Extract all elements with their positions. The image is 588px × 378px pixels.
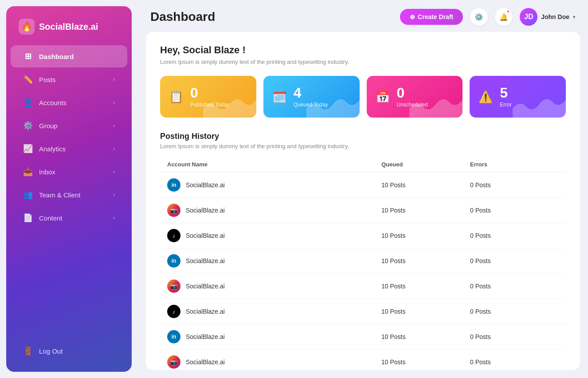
queued-count: 10 Posts	[381, 207, 470, 214]
account-name: SocialBlaze.ai	[186, 181, 225, 189]
queued-count: 10 Posts	[381, 358, 470, 366]
logout-icon: 🚪	[23, 346, 33, 356]
section-subtitle: Lorem Ipsum is simply dummy text of the …	[160, 143, 566, 150]
account-name: SocialBlaze.ai	[186, 232, 225, 239]
queued-count: 10 Posts	[381, 308, 470, 315]
instagram-icon: 📷	[167, 280, 180, 293]
sidebar-item-analytics[interactable]: 📈 Analytics ›	[11, 138, 127, 160]
analytics-icon: 📈	[23, 144, 33, 154]
errors-count: 0 Posts	[470, 308, 559, 315]
errors-count: 0 Posts	[470, 283, 559, 290]
stats-row: 📋 0 Published Today 🗓️ 4 Queued Today 📅 …	[160, 76, 566, 118]
table-row[interactable]: 📷 SocialBlaze.ai 10 Posts 0 Posts	[160, 350, 566, 375]
errors-count: 0 Posts	[470, 207, 559, 214]
account-name: SocialBlaze.ai	[186, 308, 225, 315]
instagram-icon: 📷	[167, 204, 180, 217]
table-row[interactable]: ♪ SocialBlaze.ai 10 Posts 0 Posts	[160, 223, 566, 248]
posts-icon: ✏️	[23, 75, 33, 84]
posting-history-table: Account Name Queued Errors in SocialBlaz…	[160, 157, 566, 378]
sidebar-item-team-client[interactable]: 👥 Team & Client ›	[11, 184, 127, 206]
queued-label: Queued Today	[294, 102, 328, 108]
avatar: JD	[520, 8, 537, 26]
table-row[interactable]: ♪ SocialBlaze.ai 10 Posts 0 Posts	[160, 375, 566, 378]
user-info[interactable]: JD John Doe ▾	[520, 8, 576, 26]
errors-count: 0 Posts	[470, 232, 559, 239]
sidebar-item-accounts[interactable]: 👤 Accounts ›	[11, 91, 127, 114]
stat-card-queued: 🗓️ 4 Queued Today	[263, 76, 360, 118]
queued-number: 4	[294, 86, 328, 100]
group-label: Group	[39, 122, 58, 130]
unscheduled-number: 0	[397, 86, 428, 100]
table-row[interactable]: 📷 SocialBlaze.ai 10 Posts 0 Posts	[160, 274, 566, 299]
errors-count: 0 Posts	[470, 333, 559, 340]
chevron-icon: ›	[113, 169, 115, 175]
inbox-label: Inbox	[39, 168, 55, 176]
stat-card-published: 📋 0 Published Today	[160, 76, 256, 118]
inbox-icon: 📥	[23, 167, 33, 177]
welcome-title: Hey, Social Blaze !	[160, 44, 566, 56]
queued-icon: 🗓️	[272, 90, 286, 104]
logout-button[interactable]: 🚪 Log Out	[11, 340, 127, 362]
table-row[interactable]: in SocialBlaze.ai 10 Posts 0 Posts	[160, 248, 566, 274]
sidebar-item-content[interactable]: 📄 Content ›	[11, 207, 127, 229]
tiktok-icon: ♪	[167, 305, 180, 318]
welcome-subtitle: Lorem Ipsum is simply dummy text of the …	[160, 59, 566, 65]
sidebar-item-posts[interactable]: ✏️ Posts ›	[11, 68, 127, 91]
content-card: Hey, Social Blaze ! Lorem Ipsum is simpl…	[146, 32, 580, 370]
published-icon: 📋	[169, 90, 183, 104]
chevron-icon: ›	[113, 192, 115, 198]
queued-count: 10 Posts	[381, 333, 470, 340]
settings-button[interactable]: ⚙️	[470, 8, 488, 26]
create-draft-plus-icon: ⊕	[410, 13, 415, 20]
create-draft-label: Create Draft	[418, 13, 453, 20]
account-name: SocialBlaze.ai	[186, 207, 225, 214]
errors-count: 0 Posts	[470, 358, 559, 366]
create-draft-button[interactable]: ⊕ Create Draft	[400, 9, 463, 25]
logo-icon: 🔥	[19, 19, 35, 35]
table-row[interactable]: 📷 SocialBlaze.ai 10 Posts 0 Posts	[160, 198, 566, 223]
table-row[interactable]: ♪ SocialBlaze.ai 10 Posts 0 Posts	[160, 299, 566, 324]
team-client-icon: 👥	[23, 190, 33, 200]
stat-card-error: ⚠️ 5 Error	[470, 76, 566, 118]
posts-label: Posts	[39, 76, 56, 83]
table-row[interactable]: in SocialBlaze.ai 10 Posts 0 Posts	[160, 324, 566, 350]
group-icon: ⚙️	[23, 121, 33, 130]
linkedin-icon: in	[167, 254, 180, 268]
account-name: SocialBlaze.ai	[186, 257, 225, 264]
errors-count: 0 Posts	[470, 257, 559, 264]
sidebar-item-inbox[interactable]: 📥 Inbox ›	[11, 161, 127, 183]
accounts-label: Accounts	[39, 99, 67, 106]
sidebar-item-group[interactable]: ⚙️ Group ›	[11, 114, 127, 137]
table-row[interactable]: in SocialBlaze.ai 10 Posts 0 Posts	[160, 173, 566, 198]
chevron-icon: ›	[113, 122, 115, 129]
notification-dot	[506, 10, 510, 13]
errors-count: 0 Posts	[470, 181, 559, 189]
notifications-button[interactable]: 🔔	[495, 8, 513, 26]
section-title: Posting History	[160, 132, 566, 141]
content-icon: 📄	[23, 213, 33, 223]
analytics-label: Analytics	[39, 145, 66, 153]
sidebar-item-dashboard[interactable]: ⊞ Dashboard	[11, 45, 127, 67]
header: Dashboard ⊕ Create Draft ⚙️ 🔔 JD John Do…	[138, 0, 588, 32]
queued-count: 10 Posts	[381, 232, 470, 239]
queued-count: 10 Posts	[381, 181, 470, 189]
unscheduled-icon: 📅	[376, 90, 390, 104]
error-icon: ⚠️	[478, 90, 493, 104]
settings-icon: ⚙️	[474, 13, 483, 21]
sidebar: 🔥 SocialBlaze.ai ⊞ Dashboard ✏️ Posts › …	[6, 6, 132, 372]
team-client-label: Team & Client	[39, 191, 80, 199]
chevron-icon: ›	[113, 99, 115, 106]
published-label: Published Today	[190, 102, 229, 108]
col-errors: Errors	[470, 161, 559, 168]
dashboard-icon: ⊞	[23, 51, 33, 61]
linkedin-icon: in	[167, 330, 180, 343]
stat-card-unscheduled: 📅 0 Unscheduled	[367, 76, 463, 118]
chevron-down-icon: ▾	[573, 14, 576, 20]
unscheduled-label: Unscheduled	[397, 102, 428, 108]
dashboard-label: Dashboard	[39, 53, 74, 60]
chevron-icon: ›	[113, 146, 115, 152]
logout-label: Log Out	[39, 347, 63, 355]
chevron-icon: ›	[113, 76, 115, 83]
content-label: Content	[39, 214, 63, 222]
linkedin-icon: in	[167, 178, 180, 192]
